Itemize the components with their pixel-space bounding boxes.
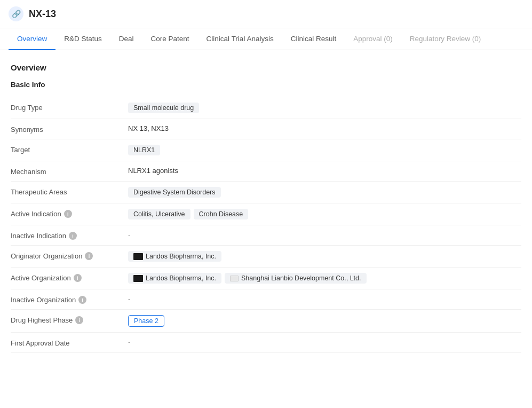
info-icon-active-org[interactable]: i — [74, 274, 82, 282]
field-inactive-indication: Inactive Indication i - — [11, 225, 521, 246]
tab-clinical-trial[interactable]: Clinical Trial Analysis — [198, 28, 282, 50]
label-active-org: Active Organization i — [11, 273, 128, 282]
value-active-org: Landos Biopharma, Inc. Shanghai Lianbio … — [128, 273, 521, 284]
tag-small-molecule: Small molecule drug — [128, 103, 199, 113]
field-first-approval-date: First Approval Date - — [11, 333, 521, 353]
label-originator-org: Originator Organization i — [11, 251, 128, 260]
label-inactive-indication: Inactive Indication i — [11, 231, 128, 240]
field-drug-type: Drug Type Small molecule drug — [11, 97, 521, 119]
info-icon-inactive-org[interactable]: i — [78, 296, 86, 304]
field-active-indication: Active Indication i Colitis, Ulcerative … — [11, 203, 521, 225]
info-icon-active-indication[interactable]: i — [64, 210, 72, 218]
tag-shanghai-lianbio[interactable]: Shanghai Lianbio Development Co., Ltd. — [225, 273, 366, 284]
tab-overview[interactable]: Overview — [9, 28, 55, 50]
value-drug-type: Small molecule drug — [128, 103, 521, 113]
field-mechanism: Mechanism NLRX1 agonists — [11, 161, 521, 182]
label-target: Target — [11, 145, 128, 154]
value-mechanism: NLRX1 agonists — [128, 167, 521, 175]
tag-landos-active[interactable]: Landos Biopharma, Inc. — [128, 273, 221, 284]
flag-us-originator — [133, 253, 143, 260]
flag-cn-active — [230, 276, 239, 281]
field-synonyms: Synonyms NX 13, NX13 — [11, 119, 521, 139]
value-first-approval-date: - — [128, 338, 521, 346]
label-therapeutic-areas: Therapeutic Areas — [11, 187, 128, 196]
field-inactive-org: Inactive Organization i - — [11, 289, 521, 310]
value-target: NLRX1 — [128, 145, 521, 155]
field-drug-highest-phase: Drug Highest Phase i Phase 2 — [11, 310, 521, 333]
tag-nlrx1[interactable]: NLRX1 — [128, 145, 160, 155]
label-first-approval-date: First Approval Date — [11, 338, 128, 347]
value-originator-org: Landos Biopharma, Inc. — [128, 251, 521, 262]
value-therapeutic-areas: Digestive System Disorders — [128, 187, 521, 198]
label-synonyms: Synonyms — [11, 124, 128, 134]
tab-regulatory-review: Regulatory Review (0) — [401, 28, 490, 50]
section-overview-title: Overview — [11, 63, 521, 72]
tag-colitis: Colitis, Ulcerative — [128, 209, 190, 219]
page-title: NX-13 — [29, 9, 56, 20]
tab-deal[interactable]: Deal — [110, 28, 142, 50]
tag-landos-originator[interactable]: Landos Biopharma, Inc. — [128, 251, 221, 262]
tab-approval: Approval (0) — [345, 28, 401, 50]
tag-crohn: Crohn Disease — [194, 209, 249, 219]
value-inactive-indication: - — [128, 231, 521, 239]
value-drug-highest-phase: Phase 2 — [128, 315, 521, 327]
value-synonyms: NX 13, NX13 — [128, 124, 521, 132]
field-target: Target NLRX1 — [11, 139, 521, 161]
flag-us-active — [133, 275, 143, 282]
tag-digestive: Digestive System Disorders — [128, 187, 221, 198]
tab-bar: Overview R&D Status Deal Core Patent Cli… — [0, 28, 532, 50]
basic-info-title: Basic Info — [11, 81, 521, 89]
tab-core-patent[interactable]: Core Patent — [142, 28, 198, 50]
label-inactive-org: Inactive Organization i — [11, 295, 128, 304]
info-icon-drug-highest-phase[interactable]: i — [75, 316, 83, 324]
field-therapeutic-areas: Therapeutic Areas Digestive System Disor… — [11, 182, 521, 203]
label-mechanism: Mechanism — [11, 167, 128, 176]
tag-phase2[interactable]: Phase 2 — [128, 315, 164, 327]
label-drug-highest-phase: Drug Highest Phase i — [11, 315, 128, 324]
label-drug-type: Drug Type — [11, 103, 128, 112]
tab-rd-status[interactable]: R&D Status — [55, 28, 110, 50]
info-icon-inactive-indication[interactable]: i — [69, 232, 77, 240]
value-inactive-org: - — [128, 295, 521, 303]
field-active-org: Active Organization i Landos Biopharma, … — [11, 268, 521, 289]
content-area: Overview Basic Info Drug Type Small mole… — [0, 50, 532, 366]
drug-icon: 🔗 — [9, 6, 23, 21]
info-icon-originator-org[interactable]: i — [85, 252, 93, 260]
tab-clinical-result[interactable]: Clinical Result — [282, 28, 345, 50]
value-active-indication: Colitis, Ulcerative Crohn Disease — [128, 209, 521, 219]
header: 🔗 NX-13 — [0, 0, 532, 28]
label-active-indication: Active Indication i — [11, 209, 128, 218]
field-originator-org: Originator Organization i Landos Biophar… — [11, 246, 521, 268]
